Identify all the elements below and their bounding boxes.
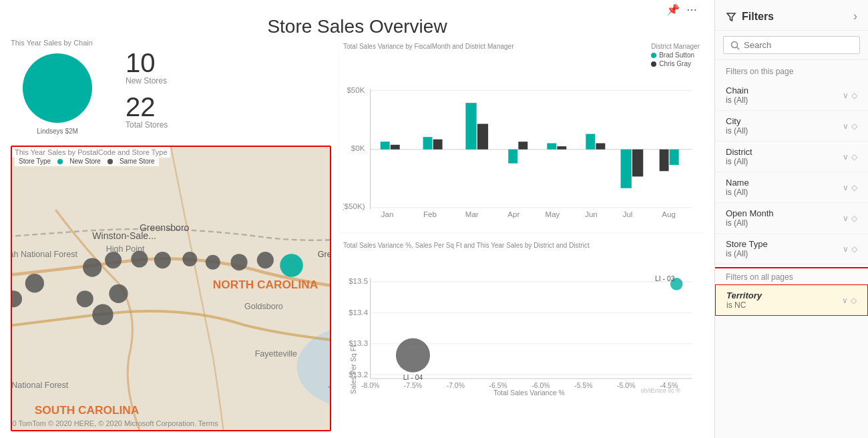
svg-rect-48 (477, 124, 488, 149)
middle-section: This Year Sales by Chain Lindseys $2M 10… (11, 39, 704, 431)
name-chevron-icon[interactable]: ∨ (843, 183, 849, 192)
svg-point-29 (77, 290, 93, 307)
territory-chevron-icon[interactable]: ∨ (842, 296, 848, 305)
pin-icon[interactable]: 📌 (666, 3, 680, 16)
svg-rect-47 (465, 103, 476, 150)
scatter-chart-wrapper: Total Sales Variance %, Sales Per Sq Ft … (339, 238, 704, 431)
filter-item-store-type[interactable]: Store Type is (All) ∨ ◇ (715, 234, 868, 264)
svg-text:Mar: Mar (465, 210, 479, 218)
district-clear-icon[interactable]: ◇ (851, 152, 857, 162)
chris-name: Chris Gray (659, 60, 691, 67)
brad-dot (651, 53, 656, 58)
svg-text:-6.5%: -6.5% (489, 382, 507, 389)
filters-on-page-label: Filters on this page (715, 60, 868, 80)
filter-icon (726, 11, 736, 22)
store-type-label: Store Type (19, 158, 51, 165)
svg-text:SOUTH CAROLINA: SOUTH CAROLINA (35, 403, 140, 417)
filter-search (715, 31, 868, 60)
svg-text:-6.0%: -6.0% (531, 382, 550, 389)
filter-items: Chain is (All) ∨ ◇ City is (All) ∨ ◇ (715, 80, 868, 438)
svg-text:-7.0%: -7.0% (447, 382, 465, 389)
store-type-clear-icon[interactable]: ◇ (851, 244, 857, 254)
svg-text:© 2020 TomTom © 2020 HERE, © 2: © 2020 TomTom © 2020 HERE, © 2020 Micros… (12, 419, 218, 427)
territory-clear-icon[interactable]: ◇ (851, 296, 857, 305)
filter-item-territory[interactable]: Territory is NC ∨ ◇ (715, 284, 868, 316)
chain-chevron-icon[interactable]: ∨ (843, 91, 849, 100)
svg-text:Goldsboro: Goldsboro (244, 302, 283, 311)
territory-name: Territory (726, 290, 762, 300)
city-clear-icon[interactable]: ◇ (851, 122, 857, 131)
total-stores-stat: 22 Total Stores (126, 93, 168, 130)
svg-text:Greensboro: Greensboro (140, 222, 190, 233)
svg-rect-51 (547, 143, 556, 149)
filters-all-pages-label: Filters on all pages (715, 268, 868, 284)
svg-rect-54 (596, 143, 605, 149)
district-manager-label: District Manager (651, 43, 700, 50)
svg-text:May: May (545, 210, 560, 218)
city-chevron-icon[interactable]: ∨ (843, 122, 849, 131)
svg-point-87 (396, 339, 430, 373)
chain-label: This Year Sales by Chain (11, 39, 104, 47)
svg-point-27 (109, 284, 128, 303)
svg-text:-8.0%: -8.0% (361, 382, 379, 389)
filter-title: Filters (726, 11, 774, 23)
chain-section: This Year Sales by Chain Lindseys $2M 10… (11, 39, 331, 140)
svg-point-19 (83, 258, 101, 276)
new-stores-stat: 10 New Stores (126, 49, 168, 85)
open-month-clear-icon[interactable]: ◇ (851, 214, 857, 223)
svg-text:Aug: Aug (662, 210, 676, 218)
scatter-chart-svg: $13.5 $13.4 $13.3 $13.2 Sales Per Sq Ft (343, 250, 700, 414)
svg-rect-57 (660, 150, 669, 172)
search-icon (730, 41, 740, 50)
name-clear-icon[interactable]: ◇ (851, 183, 857, 192)
pie-container: Lindseys $2M (11, 47, 104, 140)
svg-text:Jacksonville: Jacksonville (329, 381, 330, 390)
store-type-chevron-icon[interactable]: ∨ (843, 244, 849, 254)
filter-item-chain[interactable]: Chain is (All) ∨ ◇ (715, 80, 868, 111)
svg-text:Sumter National Forest: Sumter National Forest (12, 381, 69, 390)
filter-panel: Filters › Filters on this page Chain is … (714, 0, 868, 438)
chain-clear-icon[interactable]: ◇ (851, 91, 857, 100)
svg-point-92 (732, 41, 738, 47)
svg-point-22 (154, 252, 171, 268)
map-section: This Year Sales by PostalCode and Store … (11, 146, 331, 431)
new-stores-count: 10 (126, 49, 168, 76)
svg-rect-52 (557, 146, 566, 150)
district-chevron-icon[interactable]: ∨ (843, 152, 849, 162)
legend-brad: Brad Sutton (651, 51, 700, 59)
svg-rect-43 (381, 142, 390, 150)
svg-text:Jun: Jun (585, 210, 598, 218)
more-icon[interactable]: ⋯ (686, 3, 697, 16)
svg-text:Jan: Jan (381, 210, 394, 218)
svg-text:Jul: Jul (623, 210, 633, 218)
stats-panel: 10 New Stores 22 Total Stores (115, 49, 168, 130)
map-bg: Asheville Pisgah National Forest Winston… (12, 147, 330, 430)
svg-text:Total Sales Variance %: Total Sales Variance % (493, 390, 565, 397)
left-panel: This Year Sales by Chain Lindseys $2M 10… (11, 39, 331, 431)
svg-text:ob/iEntce llc ®: ob/iEntce llc ® (641, 387, 681, 394)
svg-point-20 (105, 252, 122, 268)
svg-rect-58 (670, 150, 679, 165)
filters-all-pages: Filters on all pages Territory is NC ∨ ◇ (715, 267, 868, 316)
filter-item-district[interactable]: District is (All) ∨ ◇ (715, 142, 868, 172)
svg-text:Sales Per Sq Ft: Sales Per Sq Ft (350, 345, 357, 394)
filter-title-text: Filters (742, 11, 774, 23)
svg-point-21 (131, 250, 148, 267)
search-input[interactable] (744, 40, 837, 50)
main-content: 📌 ⋯ Store Sales Overview This Year Sales… (0, 0, 714, 438)
filter-item-chain-name: Chain is (All) (726, 85, 748, 105)
filter-item-city[interactable]: City is (All) ∨ ◇ (715, 111, 868, 142)
filter-expand-icon[interactable]: › (853, 9, 857, 23)
filter-item-name[interactable]: Name is (All) ∨ ◇ (715, 172, 868, 203)
svg-rect-56 (632, 150, 643, 177)
svg-point-0 (23, 53, 92, 123)
svg-text:Pisgah National Forest: Pisgah National Forest (12, 250, 77, 259)
svg-text:$13.5: $13.5 (349, 276, 368, 285)
open-month-chevron-icon[interactable]: ∨ (843, 214, 849, 223)
svg-text:Feb: Feb (423, 210, 437, 218)
filter-header: Filters › (715, 0, 868, 31)
same-store-dot (107, 159, 113, 164)
svg-line-93 (737, 47, 740, 49)
filter-item-open-month[interactable]: Open Month is (All) ∨ ◇ (715, 203, 868, 234)
total-stores-count: 22 (126, 93, 168, 120)
